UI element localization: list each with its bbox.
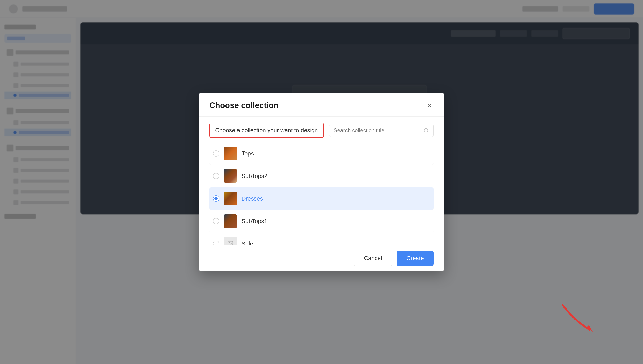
item-thumbnail (224, 169, 237, 183)
search-box[interactable] (329, 124, 434, 137)
item-label: Tops (242, 150, 254, 157)
svg-line-1 (427, 131, 428, 132)
radio-button[interactable] (213, 196, 219, 202)
close-button[interactable]: ✕ (425, 101, 434, 110)
svg-point-3 (229, 242, 230, 243)
modal-title: Choose collection (209, 101, 279, 110)
collection-hint: Choose a collection your want to design (209, 123, 324, 138)
cancel-button[interactable]: Cancel (354, 250, 392, 266)
modal-footer: Cancel Create (199, 245, 444, 271)
search-icon (424, 128, 429, 133)
svg-marker-8 (587, 325, 593, 332)
search-input[interactable] (334, 127, 421, 134)
item-label: Dresses (242, 195, 263, 202)
modal-overlay[interactable]: Choose collection ✕ Choose a collection … (0, 0, 643, 364)
item-label: SubTops2 (242, 172, 267, 180)
create-button[interactable]: Create (397, 251, 434, 266)
collection-list[interactable]: TopsSubTops2DressesSubTops1SaleTest：no c… (199, 142, 444, 245)
item-thumbnail (224, 214, 237, 228)
item-thumbnail (224, 192, 237, 205)
radio-button[interactable] (213, 173, 219, 179)
list-item[interactable]: SubTops2 (209, 165, 434, 187)
arrow-annotation (558, 300, 603, 337)
svg-point-0 (424, 128, 428, 132)
modal-toolbar: Choose a collection your want to design (199, 116, 444, 142)
item-thumbnail (224, 237, 237, 245)
choose-collection-modal: Choose collection ✕ Choose a collection … (199, 93, 444, 271)
list-item[interactable]: Dresses (209, 187, 434, 210)
item-label: SubTops1 (242, 218, 267, 225)
list-item[interactable]: SubTops1 (209, 210, 434, 232)
radio-button[interactable] (213, 218, 219, 224)
list-item[interactable]: Sale (209, 232, 434, 245)
radio-button[interactable] (213, 240, 219, 245)
modal-header: Choose collection ✕ (199, 93, 444, 116)
radio-button[interactable] (213, 150, 219, 156)
list-item[interactable]: Tops (209, 142, 434, 165)
item-label: Sale (242, 240, 253, 245)
item-thumbnail (224, 147, 237, 160)
